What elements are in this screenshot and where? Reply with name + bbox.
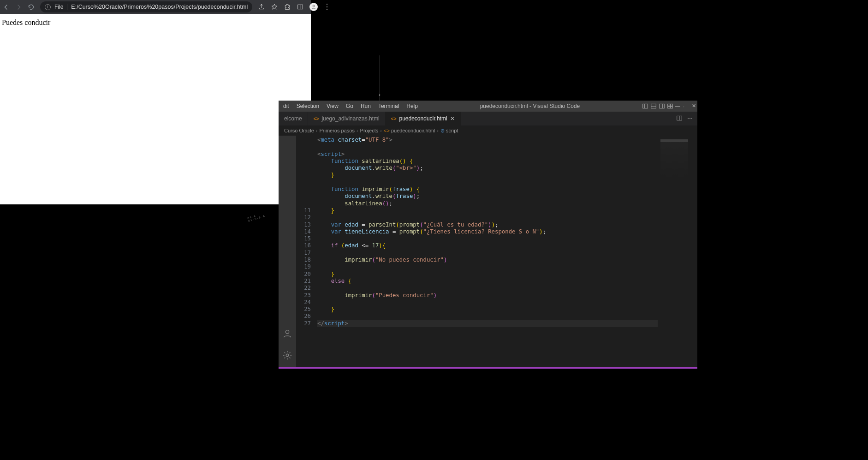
chevron-right-icon: › <box>379 92 380 97</box>
url-text: E:/Curso%20Oracle/Primeros%20pasos/Proje… <box>71 4 248 10</box>
tab-puedeconducir-html[interactable]: <>puedeconducir.html✕ <box>386 112 461 125</box>
line-gutter: 1112131415161718192021222324252627 <box>296 137 317 368</box>
menu-run[interactable]: Run <box>358 103 374 109</box>
svg-point-11 <box>285 330 289 334</box>
svg-point-12 <box>286 354 289 357</box>
accounts-icon[interactable] <box>282 329 292 340</box>
html-file-icon: <> <box>314 116 319 121</box>
sidepanel-icon[interactable] <box>297 3 304 11</box>
menu-help[interactable]: Help <box>404 103 421 109</box>
svg-rect-3 <box>651 104 656 108</box>
chrome-window: i File E:/Curso%20Oracle/Primeros%20paso… <box>0 0 311 204</box>
layout-sidebar-left-icon[interactable] <box>639 103 646 109</box>
maximize-icon[interactable] <box>681 103 687 109</box>
breadcrumb-segment[interactable]: Curso Oracle <box>284 128 314 133</box>
svg-rect-5 <box>668 104 670 106</box>
menu-go[interactable]: Go <box>343 103 356 109</box>
svg-rect-2 <box>643 104 648 108</box>
html-file-icon: <> <box>391 116 397 121</box>
url-scheme-chip: File <box>54 4 67 10</box>
omnibox[interactable]: i File E:/Curso%20Oracle/Primeros%20paso… <box>40 1 252 12</box>
breadcrumb[interactable]: Curso Oracle›Primeros pasos›Projects›<> … <box>279 125 697 136</box>
vscode-titlebar: ditSelectionViewGoRunTerminalHelp puedec… <box>279 101 697 112</box>
layout-customize-icon[interactable] <box>664 103 671 109</box>
vscode-window: ditSelectionViewGoRunTerminalHelp puedec… <box>279 101 697 368</box>
code-area[interactable]: <meta charset="UTF-8"> <script> function… <box>317 137 658 368</box>
page-text: Puedes conducir <box>2 18 50 26</box>
breadcrumb-segment[interactable]: ⊘ script <box>440 128 458 134</box>
tab-label: elcome <box>284 115 302 122</box>
menu-terminal[interactable]: Terminal <box>375 103 402 109</box>
share-icon[interactable] <box>258 3 265 11</box>
more-actions-icon[interactable]: ⋯ <box>687 115 693 122</box>
profile-avatar-icon[interactable] <box>309 3 318 11</box>
minimize-icon[interactable]: ― <box>672 103 679 109</box>
breadcrumb-segment[interactable]: Primeros pasos <box>319 128 354 133</box>
editor-tabs: elcome<>juego_adivinanzas.html<>puedecon… <box>279 112 697 125</box>
menu-selection[interactable]: Selection <box>294 103 322 109</box>
site-info-icon[interactable]: i <box>45 4 51 10</box>
chrome-toolbar: i File E:/Curso%20Oracle/Primeros%20paso… <box>0 0 311 14</box>
vscode-menubar: ditSelectionViewGoRunTerminalHelp <box>280 103 421 109</box>
forward-button[interactable] <box>15 4 22 11</box>
breadcrumb-segment[interactable]: <> puedeconducir.html <box>384 128 435 133</box>
page-content: Puedes conducir <box>0 14 311 204</box>
svg-rect-9 <box>684 107 684 108</box>
tab-juego_adivinanzas-html[interactable]: <>juego_adivinanzas.html <box>308 112 386 125</box>
minimap[interactable] <box>658 137 697 368</box>
tab-elcome[interactable]: elcome <box>279 112 308 125</box>
back-button[interactable] <box>3 4 10 11</box>
vscode-title: puedeconducir.html - Visual Studio Code <box>421 103 639 109</box>
menu-dit[interactable]: dit <box>280 103 292 109</box>
reload-button[interactable] <box>28 4 35 11</box>
menu-view[interactable]: View <box>324 103 341 109</box>
split-editor-icon[interactable] <box>676 115 683 123</box>
close-icon[interactable]: ✕ <box>689 103 696 109</box>
tab-label: juego_adivinanzas.html <box>321 115 379 122</box>
tab-label: puedeconducir.html <box>399 115 447 122</box>
activity-bar <box>279 136 296 368</box>
vscode-statusbar[interactable] <box>279 367 697 369</box>
layout-sidebar-right-icon[interactable] <box>656 103 662 109</box>
star-icon[interactable] <box>271 3 278 11</box>
layout-panel-icon[interactable] <box>648 103 654 109</box>
svg-rect-7 <box>668 107 670 108</box>
svg-point-1 <box>313 5 315 7</box>
close-tab-icon[interactable]: ✕ <box>450 115 455 122</box>
kebab-menu-icon[interactable]: ⋮ <box>323 3 331 11</box>
breadcrumb-segment[interactable]: Projects <box>360 128 379 133</box>
extensions-icon[interactable] <box>284 3 291 11</box>
code-editor[interactable]: 1112131415161718192021222324252627 <meta… <box>296 136 697 368</box>
svg-rect-4 <box>660 104 665 108</box>
svg-rect-0 <box>298 5 303 9</box>
gear-icon[interactable] <box>282 350 292 362</box>
